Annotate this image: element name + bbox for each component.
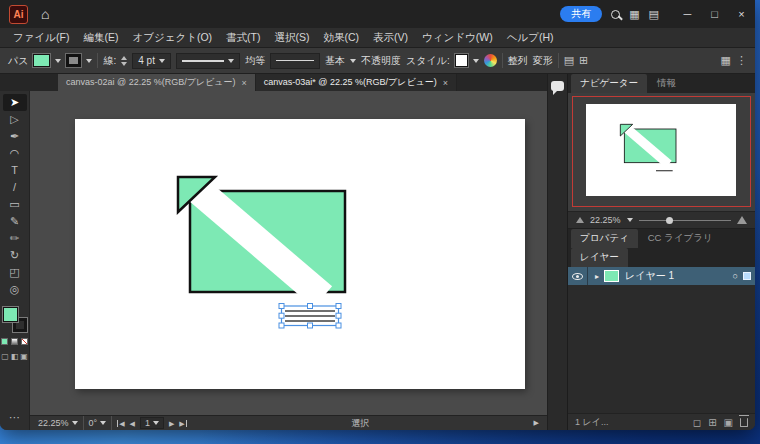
width-profile-caret-icon[interactable] [228,59,234,63]
fill-color-swatch[interactable] [33,54,50,67]
transform-label[interactable]: 変形 [533,54,553,68]
direct-selection-tool[interactable]: ▷ [3,111,27,128]
artboard-number-field[interactable]: 1 [140,417,164,429]
menu-view[interactable]: 表示(V) [366,31,415,45]
gradient-button[interactable] [11,338,18,345]
recolor-artwork-icon[interactable] [484,54,497,67]
selection-handle[interactable] [308,323,313,328]
stroke-weight-field[interactable]: 4 pt [132,53,171,69]
close-button[interactable]: × [728,0,755,28]
layer-visibility-cell[interactable] [568,267,588,285]
curvature-tool[interactable]: ◠ [3,145,27,162]
fill-caret-icon[interactable] [55,59,61,63]
navigator-preview[interactable] [568,93,755,211]
home-icon[interactable]: ⌂ [41,7,49,21]
zoom-control[interactable]: 22.25% [38,418,78,428]
tab-close-icon[interactable]: × [443,78,448,88]
width-profile-dropdown[interactable] [176,53,240,69]
scale-tool[interactable]: ◰ [3,264,27,281]
tab-layers[interactable]: レイヤー [571,248,628,267]
selection-tool[interactable]: ➤ [3,94,27,111]
stroke-weight-stepper[interactable] [121,56,127,66]
last-artboard-button[interactable]: ▶ [179,420,186,427]
menu-window[interactable]: ウィンドウ(W) [415,31,500,45]
delete-layer-icon[interactable] [740,418,748,427]
color-button[interactable] [1,338,8,345]
minimize-button[interactable]: ─ [674,0,701,28]
first-artboard-button[interactable]: ◀ [117,420,124,427]
selection-handle[interactable] [336,304,341,309]
pencil-tool[interactable]: ✏ [3,230,27,247]
navigator-zoom-slider[interactable] [639,220,731,221]
previous-artboard-button[interactable]: ◀ [130,420,135,427]
zoom-tool[interactable]: ◎ [3,281,27,298]
align-objects-icon[interactable]: ▤ [564,54,574,67]
stroke-caret-icon[interactable] [86,59,92,63]
selected-lines-object[interactable] [285,311,335,321]
draw-inside-icon[interactable]: ▣ [20,352,28,361]
brush-caret-icon[interactable] [350,59,356,63]
new-layer-icon[interactable]: ▣ [724,417,733,428]
draw-behind-icon[interactable]: ◧ [11,352,19,361]
tab-close-icon[interactable]: × [242,78,247,88]
menu-help[interactable]: ヘルプ(H) [500,31,561,45]
opacity-label[interactable]: 不透明度 [361,54,401,68]
pen-tool[interactable]: ✒ [3,128,27,145]
layer-name[interactable]: レイヤー 1 [625,269,674,283]
edit-toolbar-icon[interactable]: ⋯ [9,411,20,424]
menu-type[interactable]: 書式(T) [219,31,267,45]
menu-object[interactable]: オブジェクト(O) [125,31,219,45]
comment-bubble-icon[interactable] [551,81,564,91]
stroke-weight-caret-icon[interactable] [159,59,165,63]
search-icon[interactable] [611,10,620,19]
rotation-control[interactable]: 0° [89,418,107,428]
menu-effect[interactable]: 効果(C) [316,31,366,45]
layer-selection-chip[interactable] [743,272,751,280]
style-swatch[interactable] [455,54,468,67]
layer-disclosure-icon[interactable]: ▸ [595,272,599,281]
document-stack-icon[interactable]: ▤ [649,9,659,20]
selection-handle[interactable] [279,323,284,328]
maximize-button[interactable]: □ [701,0,728,28]
none-button[interactable] [21,338,28,345]
distribute-objects-icon[interactable]: ⊞ [579,54,588,67]
paintbrush-tool[interactable]: ✎ [3,213,27,230]
rectangle-tool[interactable]: ▭ [3,196,27,213]
selection-handle[interactable] [279,313,284,318]
navigator-zoom-caret-icon[interactable] [627,218,633,222]
line-segment-tool[interactable]: / [3,179,27,196]
tab-navigator[interactable]: ナビゲーター [571,74,647,93]
navigator-view-box[interactable] [572,96,751,207]
align-label[interactable]: 整列 [508,54,528,68]
menu-file[interactable]: ファイル(F) [6,31,76,45]
selection-handle[interactable] [336,313,341,318]
document-tab-canvas-02[interactable]: canvas-02ai @ 22.25 %(RGB/プレビュー) × [58,74,256,91]
document-tab-canvas-03[interactable]: canvas-03ai* @ 22.25 %(RGB/プレビュー) × [256,74,457,91]
rotate-tool[interactable]: ↻ [3,247,27,264]
next-artboard-button[interactable]: ▶ [169,420,174,427]
style-caret-icon[interactable] [473,59,479,63]
selection-handle[interactable] [279,304,284,309]
fill-indicator-swatch[interactable] [3,307,18,322]
status-flyout-icon[interactable]: ▶ [534,419,539,427]
create-sublayer-icon[interactable]: ⊞ [708,417,716,428]
layer-row[interactable]: ▸ レイヤー 1 ○ [568,267,755,285]
arrange-documents-icon[interactable]: ▦ [721,54,731,67]
tab-cc-libraries[interactable]: CC ライブラリ [639,229,722,248]
canvas-viewport[interactable] [30,91,547,415]
workspace-grid-icon[interactable]: ▦ [629,9,639,20]
draw-normal-icon[interactable]: ▢ [1,352,9,361]
stroke-color-swatch[interactable] [66,54,81,67]
layer-target-icon[interactable]: ○ [733,271,738,281]
type-tool[interactable]: T [3,162,27,179]
share-button[interactable]: 共有 [560,6,602,22]
navigator-zoom-value[interactable]: 22.25% [590,215,621,225]
make-clipping-mask-icon[interactable]: ◻ [693,417,701,428]
zoom-out-icon[interactable] [576,217,584,223]
tab-properties[interactable]: プロパティ [571,229,638,248]
tab-info[interactable]: 情報 [648,74,685,93]
brush-definition-dropdown[interactable] [270,53,320,69]
panel-menu-icon[interactable]: ⋮ [736,54,747,67]
artboard[interactable] [75,119,525,389]
menu-select[interactable]: 選択(S) [267,31,316,45]
